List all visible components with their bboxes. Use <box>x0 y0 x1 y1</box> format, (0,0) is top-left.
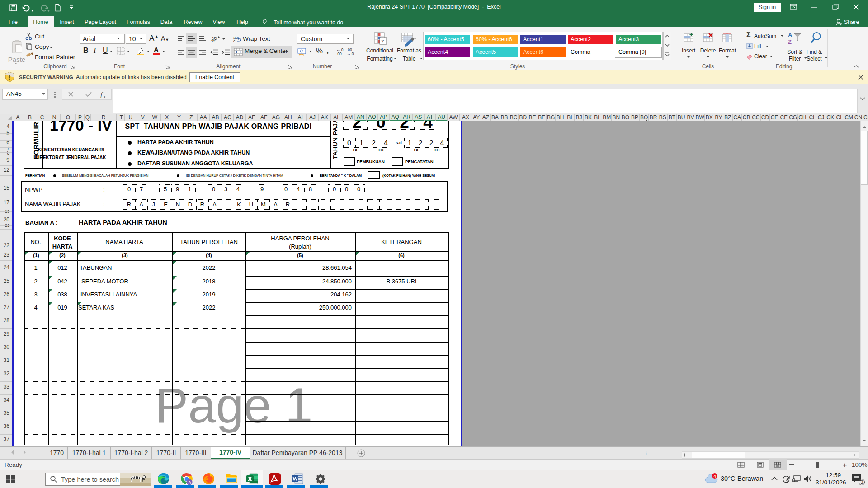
svg-text:.00: .00 <box>336 52 342 56</box>
svg-text:x: x <box>103 94 106 99</box>
svg-text:A: A <box>788 32 793 38</box>
svg-text:A: A <box>189 480 192 485</box>
svg-text:→.0: →.0 <box>347 52 354 56</box>
svg-text:f: f <box>100 91 103 98</box>
svg-text:ab: ab <box>211 34 218 43</box>
svg-text:c: c <box>233 39 236 43</box>
svg-text:4: 4 <box>714 474 716 479</box>
svg-text:≠: ≠ <box>381 38 384 45</box>
svg-text:Z: Z <box>788 38 792 45</box>
svg-text:3: 3 <box>861 479 863 485</box>
